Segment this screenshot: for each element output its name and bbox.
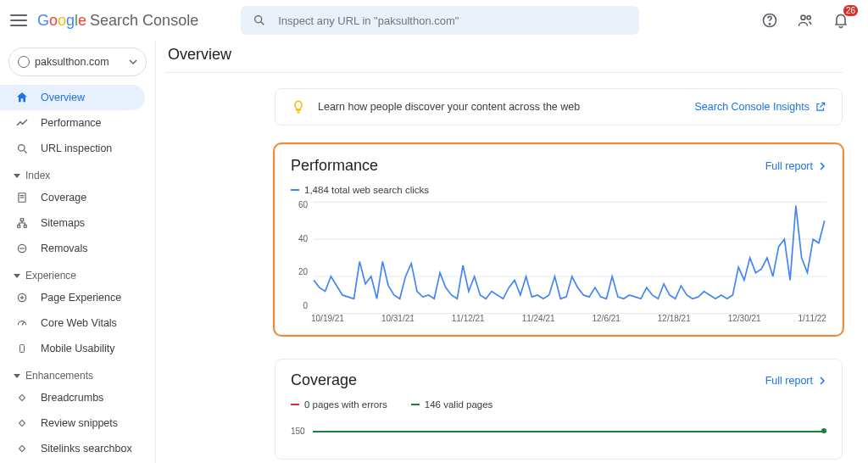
sidebar-item-sitemaps[interactable]: Sitemaps [0,210,145,236]
sidebar-group-index[interactable]: Index [0,161,155,185]
full-report-label: Full report [765,160,813,172]
svg-rect-24 [19,445,25,451]
chevron-down-icon [129,58,137,66]
sitemap-icon [15,216,29,230]
svg-rect-23 [19,420,25,426]
performance-title: Performance [291,157,378,175]
svg-line-7 [24,150,26,153]
top-bar: Google Search Console 26 [0,0,868,41]
coverage-valid-legend: 146 valid pages [411,399,493,410]
property-selector[interactable]: paksulthon.com [8,47,147,76]
sidebar-item-core-web-vitals[interactable]: Core Web Vitals [0,310,145,336]
help-button[interactable] [760,10,780,31]
google-logo: Google [37,12,86,30]
property-name: paksulthon.com [35,56,109,68]
performance-legend-text: 1,484 total web search clicks [304,185,429,195]
coverage-valid-text: 146 valid pages [425,399,493,410]
sidebar-item-label: Overview [41,92,85,103]
insights-text: Learn how people discover your content a… [318,101,580,113]
sidebar-item-url-inspection[interactable]: URL inspection [0,136,145,161]
chevron-down-icon [14,274,20,278]
home-icon [15,91,29,104]
svg-line-1 [261,22,264,25]
gauge-icon [15,316,29,330]
svg-point-5 [807,16,810,20]
performance-full-report-link[interactable]: Full report [765,160,826,172]
open-in-new-icon [815,101,826,113]
search-icon [253,14,266,27]
group-label: Experience [25,270,76,282]
coverage-errors-legend: 0 pages with errors [291,399,387,410]
sidebar-item-removals[interactable]: Removals [0,236,145,261]
lightbulb-icon [291,99,306,114]
insights-banner: Learn how people discover your content a… [275,88,843,126]
sidebar-item-coverage[interactable]: Coverage [0,185,145,210]
product-name: Search Console [90,12,198,30]
svg-rect-11 [20,219,24,221]
sidebar-item-sitelinks-searchbox[interactable]: Sitelinks searchbox [0,436,145,461]
sidebar-item-label: Breadcrumbs [41,392,103,404]
notifications-badge: 26 [843,5,858,16]
document-icon [15,191,29,204]
product-logo: Google Search Console [37,12,198,30]
svg-rect-22 [19,394,25,400]
chevron-right-icon [818,377,826,385]
sidebar-group-experience[interactable]: Experience [0,261,155,285]
diamond-icon [15,391,29,404]
hamburger-menu-button[interactable] [8,10,29,31]
url-inspection-searchbox[interactable] [241,6,639,35]
coverage-errors-text: 0 pages with errors [304,399,387,410]
sidebar-group-enhancements[interactable]: Enhancements [0,361,155,385]
sidebar-item-breadcrumbs[interactable]: Breadcrumbs [0,385,145,410]
plus-circle-icon [15,291,29,304]
coverage-chart: 150 [291,427,826,452]
performance-chart: 6040200 10/19/2110/31/2111/12/2111/24/21… [291,200,826,327]
chevron-right-icon [818,162,826,170]
url-inspection-input[interactable] [278,14,627,27]
globe-icon [18,56,30,68]
main-content: Overview Learn how people discover your … [156,41,868,463]
performance-card: Performance Full report 1,484 total web … [275,144,843,335]
sidebar-item-label: Page Experience [41,292,121,304]
help-icon [761,12,778,29]
chevron-down-icon [14,374,20,378]
sidebar-item-label: URL inspection [41,142,112,154]
coverage-title: Coverage [291,371,357,389]
group-label: Index [25,170,50,181]
users-icon [797,12,814,29]
notifications-button[interactable]: 26 [831,10,851,31]
remove-icon [15,242,29,255]
sidebar-item-label: Coverage [41,192,86,204]
group-label: Enhancements [25,370,93,382]
search-icon [15,142,29,155]
svg-rect-13 [24,225,26,227]
mobile-icon [15,342,29,355]
sidebar-item-performance[interactable]: Performance [0,110,145,136]
sidebar-item-label: Performance [41,117,102,129]
coverage-ytick: 150 [291,427,305,436]
svg-point-3 [769,24,770,25]
coverage-full-report-link[interactable]: Full report [765,375,826,387]
legend-swatch-red [291,404,299,405]
diamond-icon [15,442,29,455]
coverage-card: Coverage Full report 0 pages with errors… [275,359,843,460]
insights-link-label: Search Console Insights [695,101,810,113]
full-report-label: Full report [765,375,813,387]
sidebar-item-review-snippets[interactable]: Review snippets [0,410,145,436]
svg-line-19 [22,322,24,326]
sidebar-item-mobile-usability[interactable]: Mobile Usability [0,336,145,361]
insights-link[interactable]: Search Console Insights [695,101,827,113]
page-title: Overview [164,46,843,73]
sidebar-item-overview[interactable]: Overview [0,85,145,110]
svg-point-6 [18,144,25,151]
svg-rect-12 [18,225,20,227]
diamond-icon [15,416,29,430]
chevron-down-icon [14,174,20,178]
svg-point-0 [255,16,262,23]
legend-swatch-blue [291,189,299,191]
sidebar: paksulthon.com Overview Performance URL … [0,41,156,463]
sidebar-item-label: Core Web Vitals [41,317,117,329]
trend-icon [15,116,29,130]
users-button[interactable] [795,10,815,31]
sidebar-item-page-experience[interactable]: Page Experience [0,285,145,310]
